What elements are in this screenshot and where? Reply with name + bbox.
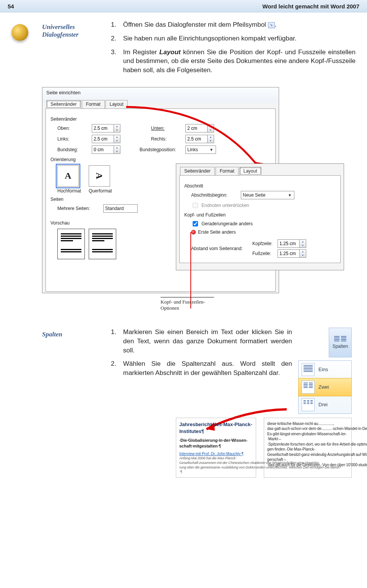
running-head: Word leicht gemacht mit Word 2007: [262, 3, 359, 10]
columns-ribbon-button[interactable]: Spalten: [329, 328, 352, 357]
tab-layout[interactable]: Layout: [106, 100, 128, 108]
tab-layout-2[interactable]: Layout: [239, 167, 261, 175]
page-number: 54: [8, 3, 14, 10]
multipage-combo[interactable]: Standard: [103, 204, 138, 213]
margin-left-spinner[interactable]: ▲▼: [92, 135, 120, 143]
tab-format-2[interactable]: Format: [216, 167, 239, 175]
step-1: Öffnen Sie das Dialogfenster mit dem Pfe…: [123, 20, 276, 29]
columns-dropdown-menu: Eins Zwei Drei: [298, 360, 352, 414]
caption-hf-options: Kopf- und Fusszeilen- Optionen: [161, 297, 214, 311]
orient-portrait[interactable]: AHochformat: [57, 165, 81, 194]
preview-page-2: [89, 229, 116, 259]
columns-option-one[interactable]: Eins: [299, 361, 351, 378]
section-start-combo[interactable]: Neue Seite▾: [241, 191, 294, 199]
margin-right-spinner[interactable]: ▲▼: [185, 135, 214, 143]
section1-title: Universelles Dialogfenster: [42, 20, 103, 79]
endnotes-checkbox: [193, 203, 198, 208]
spalten-step-1: Markieren Sie einen Bereich im Text oder…: [123, 328, 292, 355]
header-dist-spinner[interactable]: ▲▼: [278, 239, 306, 248]
odd-even-checkbox[interactable]: [193, 221, 198, 226]
margin-bottom-spinner[interactable]: ▲▼: [185, 124, 214, 132]
pin-icon: [191, 230, 196, 234]
columns-option-two[interactable]: Zwei: [298, 378, 352, 396]
two-column-text-example: Jahresbericht·des·Max-Planck-Institutes¶…: [111, 418, 352, 478]
dialog-screenshot: Seite einrichten Seitenränder Format Lay…: [42, 87, 356, 316]
lightbulb-icon: [11, 24, 28, 41]
orient-landscape[interactable]: AQuerformat: [89, 165, 112, 194]
tab-format[interactable]: Format: [82, 100, 105, 108]
margin-top-spinner[interactable]: ▲▼: [92, 124, 120, 132]
step-2: Sie haben nun alle Einrichtungsoptionen …: [123, 34, 297, 43]
page-setup-layout-dialog: Seitenränder Format Layout Abschnitt Abs…: [176, 163, 344, 270]
tab-margins[interactable]: Seitenränder: [46, 100, 81, 108]
columns-option-three[interactable]: Drei: [299, 396, 351, 414]
step-3: Im Register Layout können Sie die Positi…: [123, 48, 356, 75]
preview-page-1: [57, 229, 85, 259]
section2-title: Spalten: [42, 328, 103, 478]
gutter-spinner[interactable]: ▲▼: [92, 145, 120, 154]
tab-margins-2[interactable]: Seitenränder: [180, 167, 215, 175]
gutter-pos-combo[interactable]: Links▾: [185, 145, 216, 154]
footer-dist-spinner[interactable]: ▲▼: [278, 249, 306, 258]
spalten-step-2: Wählen Sie die Spaltenzahl aus. Word ste…: [123, 359, 292, 378]
dialog-launcher-icon: [268, 22, 275, 28]
